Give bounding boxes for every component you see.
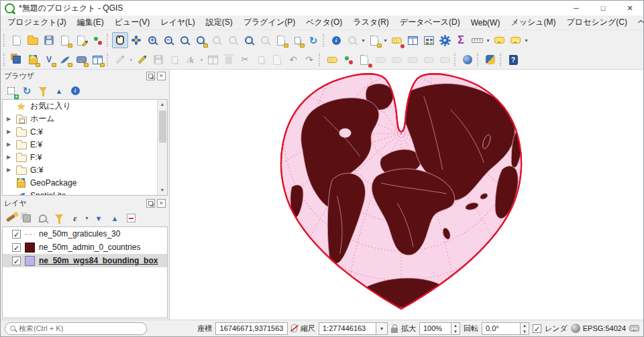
new-spatialite-layer-button[interactable] <box>57 52 73 68</box>
magnifier-spinner[interactable]: ▲▼ <box>451 322 460 335</box>
menu-database[interactable]: データベース(D) <box>394 15 466 29</box>
browser-properties-button[interactable]: i <box>68 84 83 98</box>
zoom-last-button[interactable] <box>241 32 257 48</box>
zoom-full-button[interactable] <box>176 32 193 48</box>
change-label-properties-button[interactable] <box>437 52 453 68</box>
layer-diagram-button[interactable] <box>340 52 356 68</box>
toolbar-drag-handle[interactable] <box>454 53 457 66</box>
layer-row-graticules[interactable]: ✓ ne_50m_graticules_30 <box>3 227 167 241</box>
expand-all-button[interactable]: ▼ <box>91 211 106 226</box>
move-label-button[interactable] <box>388 52 405 68</box>
zoom-to-layer-button[interactable] <box>209 32 225 48</box>
magnifier-spinbox[interactable]: 100% <box>419 322 451 335</box>
filter-legend-button[interactable] <box>52 211 66 226</box>
vertex-tool-button[interactable]: /k <box>182 52 199 68</box>
menu-help[interactable]: ヘルプ(H) <box>633 15 644 29</box>
add-group-button[interactable] <box>19 211 34 226</box>
toolbar-drag-handle[interactable] <box>477 53 480 66</box>
zoom-next-button[interactable] <box>257 32 273 48</box>
zoom-to-selection-button[interactable] <box>193 32 209 48</box>
render-checkbox[interactable]: ✓ <box>533 324 541 333</box>
browser-item-drive-f[interactable]: ▶ F:¥ <box>3 151 167 163</box>
expander-icon[interactable]: ▶ <box>5 154 12 160</box>
style-manager-button[interactable] <box>89 32 105 48</box>
add-feature-button[interactable] <box>166 52 182 68</box>
browser-item-home[interactable]: ▶ ホーム <box>3 113 167 125</box>
new-virtual-layer-button[interactable] <box>89 52 105 68</box>
scale-dropdown-icon[interactable]: ▾ <box>376 322 388 335</box>
open-attribute-table-button[interactable] <box>405 32 421 48</box>
new-geopackage-layer-button[interactable] <box>25 52 41 68</box>
menu-view[interactable]: ビュー(V) <box>109 15 156 29</box>
expander-icon[interactable]: ▶ <box>5 129 12 135</box>
new-project-button[interactable] <box>9 32 25 48</box>
pan-map-button[interactable] <box>112 32 128 48</box>
menu-mesh[interactable]: メッシュ(M) <box>505 15 561 29</box>
expression-dropdown[interactable]: ▾ <box>84 215 90 221</box>
toolbar-drag-handle[interactable] <box>3 53 6 66</box>
close-button[interactable]: ✕ <box>616 1 643 15</box>
menu-vector[interactable]: ベクタ(O) <box>301 15 347 29</box>
menu-edit[interactable]: 編集(E) <box>72 15 109 29</box>
refresh-map-button[interactable]: ↻ <box>305 32 321 48</box>
browser-add-layer-button[interactable]: + <box>3 84 18 98</box>
toggle-extents-display-icon[interactable] <box>291 324 297 332</box>
browser-refresh-button[interactable]: ↻ <box>19 84 34 98</box>
map-tips-button[interactable] <box>491 32 507 48</box>
select-features-button[interactable] <box>344 32 360 48</box>
menu-processing[interactable]: プロセシング(C) <box>561 15 633 29</box>
pin-labels-button[interactable] <box>356 52 372 68</box>
open-project-button[interactable] <box>25 32 41 48</box>
collapse-all-button[interactable]: ▲ <box>107 211 122 226</box>
browser-scrollbar[interactable]: ▲ ▼ <box>157 100 167 195</box>
new-bookmark-button[interactable] <box>273 32 289 48</box>
browser-collapse-all-button[interactable]: ▲ <box>52 84 66 98</box>
copy-features-button[interactable] <box>253 52 269 68</box>
undo-button[interactable]: ↶ <box>285 52 301 68</box>
remove-layer-button[interactable] <box>123 211 138 226</box>
browser-close-button[interactable]: × <box>157 72 166 80</box>
identify-features-button[interactable]: i <box>328 32 344 48</box>
zoom-out-button[interactable]: − <box>160 32 176 48</box>
toolbar-drag-handle[interactable] <box>107 33 109 47</box>
select-dropdown[interactable]: ▾ <box>360 38 366 44</box>
layer-row-bounding-box[interactable]: ✓ ne_50m_wgs84_bounding_box <box>3 254 167 267</box>
open-layer-styling-button[interactable] <box>3 211 18 226</box>
vertex-tool-dropdown[interactable]: ▾ <box>199 57 205 63</box>
new-temporary-scratch-layer-button[interactable] <box>73 52 89 68</box>
browser-item-drive-c[interactable]: ▶ C:¥ <box>3 125 167 138</box>
layer-labeling-button[interactable] <box>324 52 340 68</box>
rotate-label-button[interactable] <box>405 52 421 68</box>
browser-float-button[interactable] <box>146 72 155 80</box>
messages-icon[interactable] <box>629 325 639 332</box>
toolbar-drag-handle[interactable] <box>323 33 325 47</box>
save-layer-edits-button[interactable] <box>150 52 166 68</box>
field-calculator-button[interactable] <box>421 32 437 48</box>
scroll-thumb[interactable] <box>159 111 166 143</box>
browser-filter-button[interactable] <box>36 84 50 98</box>
show-bookmarks-button[interactable] <box>289 32 305 48</box>
browser-item-spatialite[interactable]: SpatiaLite <box>3 189 167 196</box>
measure-button[interactable] <box>469 32 485 48</box>
toolbar-drag-handle[interactable] <box>319 53 321 66</box>
rotation-spinner[interactable]: ▲▼ <box>521 322 529 335</box>
menu-layer[interactable]: レイヤ(L) <box>155 15 201 29</box>
layers-close-button[interactable]: × <box>157 199 166 208</box>
map-canvas[interactable] <box>170 70 643 320</box>
annotation-dropdown[interactable]: ▾ <box>523 38 529 44</box>
help-contents-button[interactable]: ? <box>505 52 521 68</box>
layer-checkbox[interactable]: ✓ <box>12 230 21 239</box>
new-print-layout-button[interactable] <box>73 32 89 48</box>
statistics-summary-button[interactable]: Σ <box>453 32 469 48</box>
menu-web[interactable]: Web(W) <box>466 17 506 29</box>
toggle-editing-button[interactable] <box>134 52 150 68</box>
browser-item-favorites[interactable]: ★ お気に入り <box>3 100 167 113</box>
zoom-native-button[interactable] <box>225 32 241 48</box>
measure-dropdown[interactable]: ▾ <box>485 38 491 44</box>
menu-project[interactable]: プロジェクト(J) <box>2 15 72 29</box>
crs-status-button[interactable]: EPSG:54024 <box>571 324 626 333</box>
menu-plugins[interactable]: プラグイン(P) <box>238 15 301 29</box>
redo-button[interactable]: ↷ <box>301 52 317 68</box>
paste-features-button[interactable] <box>269 52 285 68</box>
save-project-button[interactable] <box>41 32 57 48</box>
